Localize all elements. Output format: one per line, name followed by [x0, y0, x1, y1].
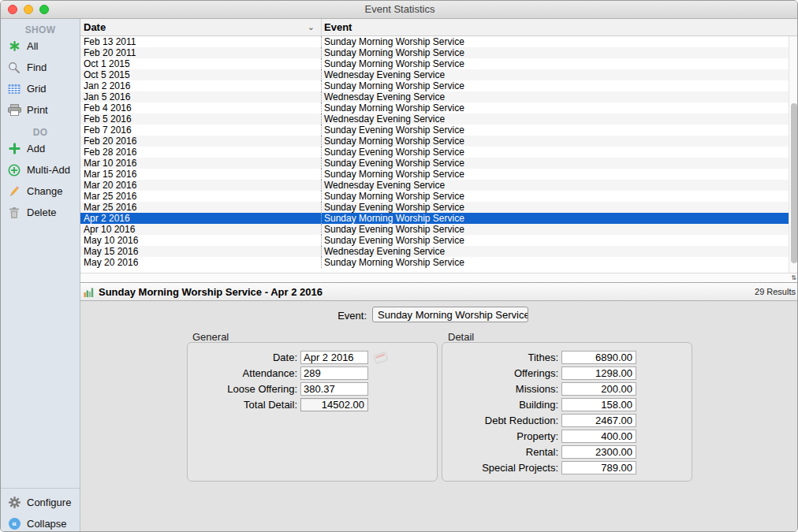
cell-event: Sunday Morning Worship Service [321, 36, 789, 47]
table-row[interactable]: Jan 5 2016Wednesday Evening Service [80, 91, 789, 102]
property-label: Property: [442, 430, 561, 442]
table-row[interactable]: Oct 1 2015Sunday Morning Worship Service [80, 58, 789, 69]
field-row: Debt Reduction: [442, 414, 692, 427]
table-row[interactable]: Feb 7 2016Sunday Evening Worship Service [80, 125, 789, 136]
sidebar-item-change[interactable]: Change [1, 180, 80, 202]
building-field[interactable] [561, 398, 636, 411]
column-header-event[interactable]: Event [321, 19, 798, 35]
sidebar-item-grid[interactable]: Grid [1, 78, 80, 99]
cell-event: Sunday Morning Worship Service [321, 102, 789, 113]
sidebar-item-multi-add[interactable]: Multi-Add [1, 159, 80, 180]
window-title: Event Statistics [1, 1, 798, 18]
table-row[interactable]: Apr 10 2016Sunday Evening Worship Servic… [80, 224, 789, 235]
table-row[interactable]: Mar 25 2016Sunday Morning Worship Servic… [80, 191, 789, 202]
table-row[interactable]: Apr 2 2016Sunday Morning Worship Service [80, 213, 789, 224]
building-label: Building: [442, 399, 561, 411]
cell-event: Sunday Morning Worship Service [321, 191, 789, 202]
cell-event: Sunday Morning Worship Service [321, 80, 789, 91]
table-row[interactable]: Oct 5 2015Wednesday Evening Service [80, 69, 789, 80]
trash-icon [7, 206, 21, 220]
total-detail-field [300, 398, 368, 411]
tithes-label: Tithes: [442, 352, 561, 363]
horizontal-scroll-strip[interactable]: ⇅ [80, 273, 798, 282]
sidebar-section-show: SHOW [1, 24, 80, 35]
asterisk-icon [7, 39, 21, 54]
printer-icon [7, 103, 21, 117]
cell-date: Jan 5 2016 [80, 91, 321, 102]
table-row[interactable]: Feb 20 2016Sunday Morning Worship Servic… [80, 136, 789, 147]
cell-date: Apr 2 2016 [80, 213, 321, 224]
sidebar-item-collapse[interactable]: « Collapse [1, 513, 80, 532]
calendar-icon[interactable] [374, 351, 389, 363]
cell-date: Feb 7 2016 [80, 125, 321, 136]
table-row[interactable]: Mar 15 2016Sunday Morning Worship Servic… [80, 169, 789, 180]
table-row[interactable]: Feb 4 2016Sunday Morning Worship Service [80, 102, 789, 113]
table-row[interactable]: May 20 2016Sunday Morning Worship Servic… [80, 257, 789, 268]
scroll-corner-icon[interactable]: ⇅ [791, 274, 796, 282]
cell-date: Mar 10 2016 [80, 158, 321, 169]
date-field[interactable] [300, 351, 368, 364]
general-group-label: General [192, 331, 229, 343]
table-row[interactable]: Mar 25 2016Sunday Evening Worship Servic… [80, 202, 789, 213]
sidebar-item-find[interactable]: Find [1, 57, 80, 78]
results-count: 29 Results [755, 287, 796, 296]
table-row[interactable]: Jan 2 2016Sunday Morning Worship Service [80, 80, 789, 91]
general-group-box: Date:Attendance:Loose Offering:Total Det… [187, 342, 438, 482]
sidebar-item-all[interactable]: All [1, 35, 80, 57]
cell-event: Sunday Evening Worship Service [321, 147, 789, 158]
sidebar-item-add[interactable]: Add [1, 138, 80, 159]
debt-reduction-field[interactable] [561, 414, 636, 427]
attendance-field[interactable] [300, 366, 368, 380]
event-dropdown[interactable]: Sunday Morning Worship Service ⌄ [372, 307, 528, 322]
scrollbar-thumb[interactable] [791, 103, 797, 263]
table-row[interactable]: Mar 20 2016Wednesday Evening Service [80, 180, 789, 191]
field-row: Missions: [442, 382, 692, 396]
column-label: Date [84, 21, 106, 33]
cell-event: Sunday Morning Worship Service [321, 257, 789, 268]
rental-field[interactable] [561, 445, 636, 459]
tithes-field[interactable] [561, 351, 636, 364]
sidebar-section-do: DO [1, 127, 80, 138]
sidebar-item-delete[interactable]: Delete [1, 202, 80, 223]
table-row[interactable]: Feb 5 2016Wednesday Evening Service [80, 113, 789, 125]
table-row[interactable]: Feb 20 2011Sunday Morning Worship Servic… [80, 47, 789, 58]
cell-event: Sunday Evening Worship Service [321, 235, 789, 246]
field-row: Building: [442, 398, 692, 411]
column-header-date[interactable]: Date ⌄ [80, 19, 321, 35]
cell-date: Mar 25 2016 [80, 202, 321, 213]
selection-title: Sunday Morning Worship Service - Apr 2 2… [99, 286, 323, 298]
cell-date: Mar 15 2016 [80, 169, 321, 180]
field-row: Attendance: [188, 366, 437, 380]
sidebar-item-label: Change [27, 185, 63, 197]
field-row: Tithes: [442, 351, 692, 364]
offerings-field[interactable] [561, 366, 636, 380]
missions-field[interactable] [561, 382, 636, 396]
cell-event: Sunday Morning Worship Service [321, 136, 789, 147]
field-row: Special Projects: [442, 461, 692, 474]
sidebar-item-label: All [27, 40, 38, 52]
table-row[interactable]: Mar 10 2016Sunday Evening Worship Servic… [80, 158, 789, 169]
loose-offering-field[interactable] [300, 382, 368, 396]
special-projects-label: Special Projects: [442, 462, 561, 474]
attendance-label: Attendance: [188, 367, 300, 379]
cell-event: Sunday Evening Worship Service [321, 125, 789, 136]
cell-event: Sunday Morning Worship Service [321, 169, 789, 180]
bar-chart-icon [84, 287, 95, 297]
sidebar-item-print[interactable]: Print [1, 99, 80, 121]
sort-indicator-icon[interactable]: ⌄ [308, 19, 315, 35]
cell-date: Oct 5 2015 [80, 69, 321, 80]
event-label: Event: [80, 310, 367, 322]
property-field[interactable] [561, 430, 636, 443]
table-row[interactable]: May 10 2016Sunday Evening Worship Servic… [80, 235, 789, 246]
table-row[interactable]: May 15 2016Wednesday Evening Service [80, 246, 789, 257]
special-projects-field[interactable] [561, 461, 636, 474]
sidebar-item-label: Grid [27, 83, 47, 95]
sidebar-item-configure[interactable]: Configure [1, 492, 80, 513]
cell-date: Feb 4 2016 [80, 102, 321, 113]
table-row[interactable]: Feb 13 2011Sunday Morning Worship Servic… [80, 36, 789, 47]
table-row[interactable]: Feb 28 2016Sunday Evening Worship Servic… [80, 147, 789, 158]
field-row: Offerings: [442, 366, 692, 380]
cell-date: Mar 25 2016 [80, 191, 321, 202]
pencil-icon [7, 184, 21, 199]
vertical-scrollbar[interactable] [789, 36, 798, 273]
